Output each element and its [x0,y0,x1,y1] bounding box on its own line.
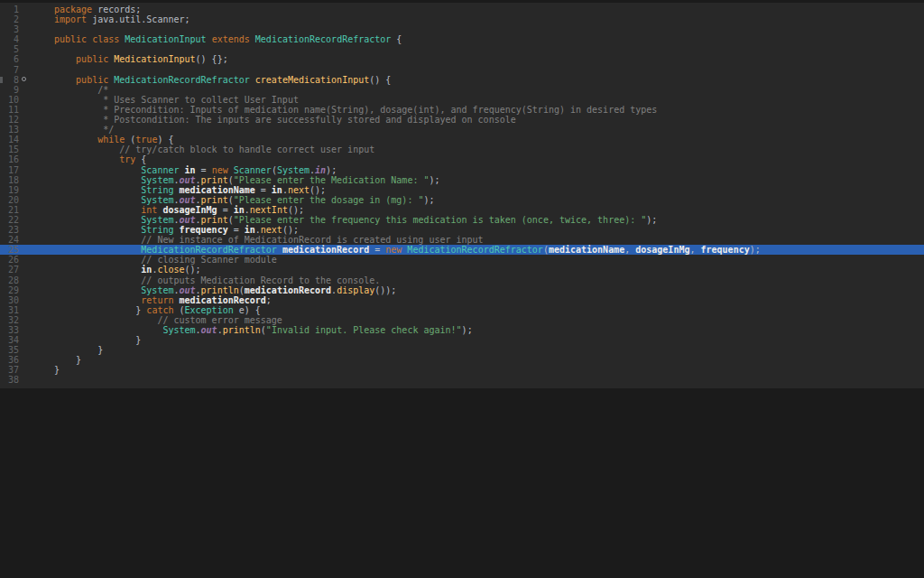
code-line[interactable]: 12 * Postcondition: The inputs are succe… [0,115,924,125]
code-text: String frequency = in.next(); [54,225,924,235]
code-text: MedicationRecordRefractor medicationReco… [54,245,924,255]
code-line[interactable]: 15 // try/catch block to handle correct … [0,144,924,154]
code-text: System.out.println(medicationRecord.disp… [54,285,924,295]
code-text: System.out.print("Please enter the frequ… [54,215,924,225]
line-number[interactable]: 26 [0,255,27,265]
line-number[interactable]: 35 [0,345,27,355]
code-text: Scanner in = new Scanner(System.in); [54,165,924,175]
code-text [54,24,924,34]
code-editor[interactable]: 1package records;2import java.util.Scann… [0,3,924,388]
line-number[interactable]: 16 [0,154,27,164]
code-text: } [54,335,924,345]
code-text: int dosageInMg = in.nextInt(); [54,205,924,215]
code-text: System.out.print("Please enter the dosag… [54,195,924,205]
code-line[interactable]: 23 String frequency = in.next(); [0,225,924,235]
line-number[interactable]: 36 [0,355,27,365]
line-number[interactable]: 34 [0,335,27,345]
code-line[interactable]: 34 } [0,335,924,345]
line-number[interactable]: 6 [0,54,27,64]
line-number[interactable]: 2 [0,14,27,24]
code-line[interactable]: 28 // outputs Medication Record to the c… [0,275,924,285]
code-line[interactable]: 9 /* [0,85,924,95]
code-line[interactable]: 1package records; [0,5,924,14]
code-text: import java.util.Scanner; [54,14,924,24]
code-text: // try/catch block to handle correct use… [54,144,924,154]
line-number[interactable]: 5 [0,44,27,54]
line-number[interactable]: 38 [0,375,27,385]
code-line[interactable]: 2import java.util.Scanner; [0,14,924,24]
code-line[interactable]: 29 System.out.println(medicationRecord.d… [0,285,924,295]
editor-empty-area [0,388,924,578]
line-number[interactable]: 8 [0,75,27,85]
code-line[interactable]: 14 while (true) { [0,135,924,144]
code-line[interactable]: 13 */ [0,125,924,135]
line-number[interactable]: 10 [0,95,27,105]
line-number[interactable]: 1 [0,5,27,14]
line-number[interactable]: 7 [0,65,27,75]
code-line[interactable]: 18 System.out.print("Please enter the Me… [0,175,924,185]
line-number[interactable]: 13 [0,125,27,135]
code-line[interactable]: 32 // custom error message [0,315,924,325]
code-text [54,375,924,385]
code-line[interactable]: 11 * Precondition: Inputs of medication … [0,105,924,115]
line-number[interactable]: 21 [0,205,27,215]
code-line[interactable]: 37} [0,365,924,375]
line-number[interactable]: 28 [0,275,27,285]
line-number[interactable]: 29 [0,285,27,295]
code-line[interactable]: 10 * Uses Scanner to collect User Input [0,95,924,105]
code-line[interactable]: 36 } [0,355,924,365]
method-marker-icon[interactable] [22,77,26,81]
code-line[interactable]: 3 [0,24,924,34]
code-text: public MedicationRecordRefractor createM… [54,75,924,85]
code-line[interactable]: 7 [0,65,924,75]
code-line[interactable]: 20 System.out.print("Please enter the do… [0,195,924,205]
code-text: * Precondition: Inputs of medication nam… [54,105,924,115]
line-number[interactable]: 37 [0,365,27,375]
line-number[interactable]: 12 [0,115,27,125]
code-line[interactable]: 19 String medicationName = in.next(); [0,185,924,195]
line-number[interactable]: 20 [0,195,27,205]
line-number[interactable]: 32 [0,315,27,325]
line-number[interactable]: 17 [0,165,27,175]
code-text: // outputs Medication Record to the cons… [54,275,924,285]
line-number[interactable]: 27 [0,265,27,275]
code-line[interactable]: 25 MedicationRecordRefractor medicationR… [0,245,924,255]
code-line[interactable]: 5 [0,44,924,54]
code-text: in.close(); [54,265,924,275]
code-line[interactable]: 33 System.out.println("Invalid input. Pl… [0,325,924,335]
code-text: } catch (Exception e) { [54,305,924,315]
line-number[interactable]: 19 [0,185,27,195]
code-line[interactable]: 21 int dosageInMg = in.nextInt(); [0,205,924,215]
line-number[interactable]: 25 [0,245,27,255]
code-text [54,44,924,54]
line-number[interactable]: 14 [0,135,27,144]
code-line[interactable]: 26 // closing Scanner module [0,255,924,265]
line-number[interactable]: 4 [0,34,27,44]
code-line[interactable]: 31 } catch (Exception e) { [0,305,924,315]
code-line[interactable]: 27 in.close(); [0,265,924,275]
line-number[interactable]: 30 [0,295,27,305]
line-number[interactable]: 24 [0,235,27,245]
code-line[interactable]: 35 } [0,345,924,355]
code-text: } [54,345,924,355]
line-number[interactable]: 11 [0,105,27,115]
code-line[interactable]: 17 Scanner in = new Scanner(System.in); [0,165,924,175]
line-number[interactable]: 18 [0,175,27,185]
line-number[interactable]: 23 [0,225,27,235]
code-line[interactable]: 16 try { [0,154,924,164]
line-number[interactable]: 31 [0,305,27,315]
code-line[interactable]: 24 // New instance of MedicationRecord i… [0,235,924,245]
code-line[interactable]: 38 [0,375,924,385]
code-text: } [54,355,924,365]
line-number[interactable]: 9 [0,85,27,95]
code-line[interactable]: 22 System.out.print("Please enter the fr… [0,215,924,225]
line-number[interactable]: 33 [0,325,27,335]
code-line[interactable]: 30 return medicationRecord; [0,295,924,305]
code-line[interactable]: 8 public MedicationRecordRefractor creat… [0,75,924,85]
line-number[interactable]: 15 [0,144,27,154]
code-line[interactable]: 6 public MedicationInput() {}; [0,54,924,64]
line-number[interactable]: 3 [0,24,27,34]
code-line[interactable]: 4public class MedicationInput extends Me… [0,34,924,44]
line-number[interactable]: 22 [0,215,27,225]
code-text [54,65,924,75]
